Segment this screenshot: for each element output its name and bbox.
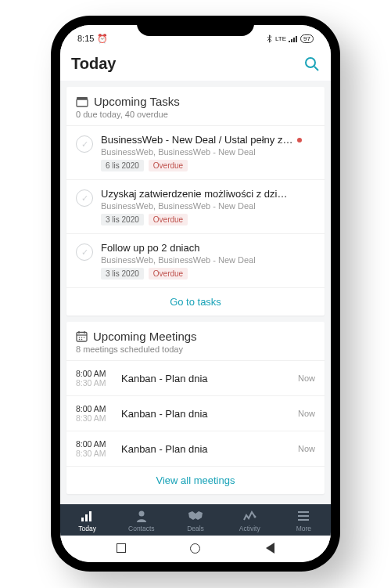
nav-today[interactable]: Today	[60, 509, 114, 532]
nav-label: Contacts	[128, 525, 155, 532]
task-status-tag: Overdue	[149, 214, 188, 225]
meeting-badge: Now	[298, 373, 315, 383]
meeting-title: Kanban - Plan dnia	[121, 373, 289, 384]
bars-icon	[81, 509, 95, 523]
task-check-icon[interactable]: ✓	[76, 189, 93, 207]
alarm-icon: ⏰	[97, 34, 108, 44]
meeting-badge: Now	[298, 444, 315, 453]
handshake-icon	[187, 509, 204, 523]
tasks-title: Upcoming Tasks	[94, 95, 180, 108]
svg-point-9	[81, 337, 83, 338]
bottom-nav: Today Contacts Deals Activity	[60, 504, 331, 536]
battery-icon: 97	[300, 34, 314, 43]
nav-activity[interactable]: Activity	[223, 509, 277, 532]
task-status-tag: Overdue	[149, 160, 188, 171]
task-status-tag: Overdue	[149, 268, 188, 280]
nav-more[interactable]: More	[277, 509, 331, 532]
flag-dot-icon	[297, 138, 302, 142]
bluetooth-icon	[266, 34, 273, 43]
svg-point-16	[138, 511, 144, 517]
svg-line-1	[314, 67, 318, 70]
header: Today	[60, 49, 331, 81]
notch	[137, 16, 254, 36]
calendar-icon	[76, 330, 88, 342]
nav-deals[interactable]: Deals	[168, 509, 222, 532]
svg-point-8	[79, 337, 81, 338]
meeting-row[interactable]: 8:00 AM 8:30 AM Kanban - Plan dnia Now	[66, 431, 325, 467]
screen: 8:15 ⏰ LTE 97 Today	[60, 25, 331, 562]
nav-label: Today	[78, 525, 96, 532]
meeting-row[interactable]: 8:00 AM 8:30 AM Kanban - Plan dnia Now	[66, 361, 325, 396]
person-icon	[135, 509, 148, 523]
task-date-tag: 3 lis 2020	[101, 268, 144, 280]
svg-point-11	[79, 339, 81, 341]
meetings-title: Upcoming Meetings	[93, 330, 197, 343]
activity-icon	[242, 509, 256, 523]
android-home-button[interactable]	[189, 542, 202, 554]
meetings-subtitle: 8 meetings scheduled today	[76, 345, 315, 354]
page-title: Today	[71, 55, 116, 73]
nav-label: Activity	[239, 525, 260, 532]
tasks-icon	[76, 96, 88, 107]
task-title: Uzyskaj zatwierdzenie możliwości z dzi…	[101, 188, 287, 200]
task-title: BusinessWeb - New Deal / Ustal pełny z…	[101, 134, 292, 146]
svg-point-10	[84, 337, 85, 338]
meeting-start: 8:00 AM	[76, 404, 112, 413]
meeting-end: 8:30 AM	[76, 378, 112, 388]
phone-frame: 8:15 ⏰ LTE 97 Today	[51, 16, 340, 572]
view-all-meetings-link[interactable]: View all meetings	[66, 467, 325, 494]
svg-rect-2	[77, 99, 88, 106]
go-to-tasks-link[interactable]: Go to tasks	[66, 288, 325, 316]
tasks-subtitle: 0 due today, 40 overdue	[76, 110, 315, 119]
meeting-start: 8:00 AM	[76, 369, 112, 378]
android-back-button[interactable]	[264, 542, 276, 554]
task-subtitle: BusinessWeb, BusinessWeb - New Deal	[101, 201, 315, 211]
svg-rect-13	[81, 518, 84, 521]
meeting-badge: Now	[298, 409, 315, 418]
meeting-end: 8:30 AM	[76, 413, 112, 423]
task-subtitle: BusinessWeb, BusinessWeb - New Deal	[101, 147, 315, 157]
network-label: LTE	[275, 35, 286, 42]
meeting-row[interactable]: 8:00 AM 8:30 AM Kanban - Plan dnia Now	[66, 396, 325, 431]
task-check-icon[interactable]: ✓	[76, 135, 93, 153]
task-date-tag: 3 lis 2020	[101, 214, 144, 225]
status-time: 8:15	[77, 34, 94, 43]
task-row[interactable]: ✓ Follow up po 2 dniach BusinessWeb, Bus…	[66, 234, 325, 288]
meeting-start: 8:00 AM	[76, 439, 112, 449]
task-check-icon[interactable]: ✓	[76, 243, 93, 261]
signal-icon	[289, 35, 298, 42]
task-title: Follow up po 2 dniach	[101, 242, 199, 254]
meeting-title: Kanban - Plan dnia	[121, 443, 289, 455]
content-scroll[interactable]: Upcoming Tasks 0 due today, 40 overdue ✓…	[60, 81, 331, 504]
menu-icon	[297, 509, 310, 523]
svg-rect-15	[89, 511, 91, 521]
meeting-title: Kanban - Plan dnia	[121, 408, 289, 420]
meetings-header: Upcoming Meetings 8 meetings scheduled t…	[66, 322, 325, 361]
svg-point-17	[254, 516, 256, 518]
nav-label: Deals	[187, 525, 204, 532]
task-row[interactable]: ✓ Uzyskaj zatwierdzenie możliwości z dzi…	[66, 180, 325, 234]
tasks-header: Upcoming Tasks 0 due today, 40 overdue	[66, 87, 325, 126]
nav-label: More	[296, 525, 311, 532]
search-icon[interactable]	[304, 56, 320, 72]
task-subtitle: BusinessWeb, BusinessWeb - New Deal	[101, 255, 315, 265]
meetings-section: Upcoming Meetings 8 meetings scheduled t…	[66, 322, 325, 494]
svg-rect-3	[77, 97, 88, 99]
nav-contacts[interactable]: Contacts	[114, 509, 168, 532]
android-nav-bar	[60, 536, 331, 562]
svg-point-0	[306, 58, 315, 67]
svg-point-12	[81, 339, 83, 341]
task-date-tag: 6 lis 2020	[101, 160, 144, 171]
task-row[interactable]: ✓ BusinessWeb - New Deal / Ustal pełny z…	[66, 126, 325, 180]
tasks-section: Upcoming Tasks 0 due today, 40 overdue ✓…	[66, 87, 325, 316]
svg-rect-14	[85, 514, 88, 521]
meeting-end: 8:30 AM	[76, 449, 112, 458]
android-recent-button[interactable]	[115, 542, 127, 554]
